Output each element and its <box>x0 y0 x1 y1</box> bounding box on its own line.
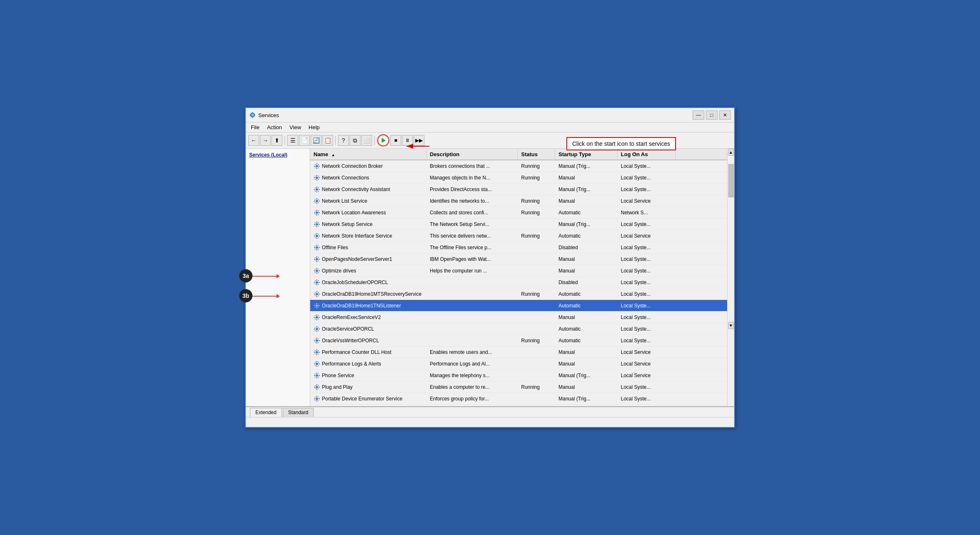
menu-view[interactable]: View <box>286 123 304 131</box>
svg-rect-187 <box>318 388 319 389</box>
svg-rect-46 <box>316 214 317 216</box>
tab-standard[interactable]: Standard <box>283 408 314 417</box>
cell-extra <box>676 304 727 307</box>
table-row[interactable]: OracleVssWriterOPORCL Running Automatic … <box>310 335 727 346</box>
table-row[interactable]: OracleRemExecServiceV2 Manual Local Syst… <box>310 312 727 323</box>
svg-point-26 <box>316 188 318 190</box>
table-row[interactable]: OracleServiceOPORCL Automatic Local Syst… <box>310 323 727 335</box>
table-row[interactable]: Performance Logs & Alerts Performance Lo… <box>310 358 727 370</box>
svg-rect-177 <box>315 376 316 378</box>
svg-rect-37 <box>316 203 317 204</box>
cell-logon: Local Syste... <box>617 302 676 310</box>
cell-status <box>518 363 555 365</box>
svg-rect-112 <box>315 292 316 293</box>
scroll-down[interactable]: ▼ <box>728 322 734 329</box>
menu-action[interactable]: Action <box>264 123 285 131</box>
table-row[interactable]: Network Connections Manages objects in t… <box>310 172 727 184</box>
help-toolbar-button[interactable]: ? <box>338 135 349 146</box>
stop-service-button[interactable]: ■ <box>390 135 401 146</box>
cell-description: The Offline Files service p... <box>426 243 518 252</box>
col-description[interactable]: Description <box>426 150 518 159</box>
table-row[interactable]: OracleJobSchedulerOPORCL Disabled Local … <box>310 277 727 288</box>
table-row[interactable]: OracleOraDB19Home1MTSRecoveryService Run… <box>310 288 727 300</box>
table-row[interactable]: Network Connectivity Assistant Provides … <box>310 184 727 195</box>
col-logon[interactable]: Log On As <box>617 150 676 159</box>
sidebar-title[interactable]: Services (Local) <box>249 152 287 158</box>
cell-logon: Local Syste... <box>617 162 676 170</box>
show-hide-button[interactable]: ☰ <box>287 135 298 146</box>
cell-extra <box>676 235 727 237</box>
minimize-button[interactable]: — <box>693 110 704 120</box>
svg-rect-117 <box>316 303 317 304</box>
svg-rect-92 <box>314 270 315 271</box>
svg-rect-142 <box>318 330 319 331</box>
menu-help[interactable]: Help <box>305 123 323 131</box>
back-button[interactable]: ← <box>248 135 259 146</box>
tab-extended[interactable]: Extended <box>250 408 282 417</box>
col-startup[interactable]: Startup Type <box>555 150 617 159</box>
cell-extra <box>676 386 727 388</box>
cell-logon: Local Syste... <box>617 174 676 182</box>
menu-file[interactable]: File <box>247 123 263 131</box>
cell-name: Plug and Play <box>310 383 426 392</box>
properties-button[interactable]: 📋 <box>322 135 333 146</box>
up-button[interactable]: ⬆ <box>272 135 282 146</box>
cell-startup: Manual (Trig... <box>555 185 617 194</box>
svg-rect-147 <box>318 340 320 341</box>
table-row[interactable]: OpenPagesNodeServerServer1 IBM OpenPages… <box>310 253 727 265</box>
cell-startup: Manual (Trig... <box>555 220 617 228</box>
table-row[interactable]: Portable Device Enumerator Service Enfor… <box>310 393 727 405</box>
cell-name: Optimize drives <box>310 266 426 275</box>
col-status[interactable]: Status <box>518 150 555 159</box>
filter-button[interactable]: ⬜ <box>361 135 372 146</box>
cell-logon: Local Service <box>617 197 676 205</box>
cell-name: OpenPagesNodeServerServer1 <box>310 255 426 264</box>
refresh-button[interactable]: 🔄 <box>311 135 321 146</box>
svg-point-134 <box>316 328 318 330</box>
table-row[interactable]: Performance Counter DLL Host Enables rem… <box>310 346 727 358</box>
cell-name: OracleRemExecServiceV2 <box>310 313 426 322</box>
svg-rect-138 <box>318 329 320 329</box>
cell-status: Running <box>518 162 555 170</box>
table-row[interactable]: Network List Service Identifies the netw… <box>310 195 727 207</box>
export-button[interactable]: 📄 <box>299 135 310 146</box>
cell-startup: Manual (Trig... <box>555 371 617 380</box>
scrollbar[interactable]: ▲ ▼ <box>727 149 734 406</box>
cell-name: Performance Logs & Alerts <box>310 359 426 368</box>
cell-status <box>518 223 555 226</box>
scroll-thumb[interactable] <box>728 164 734 197</box>
table-row[interactable]: Optimize drives Helps the computer run .… <box>310 265 727 277</box>
svg-rect-173 <box>314 375 315 376</box>
svg-rect-25 <box>318 179 319 180</box>
table-row[interactable]: Network Connection Broker Brokers connec… <box>310 160 727 172</box>
cell-extra <box>676 351 727 353</box>
cell-startup: Manual <box>555 197 617 205</box>
start-service-button[interactable] <box>377 134 390 147</box>
cell-extra <box>676 374 727 377</box>
cell-startup: Manual <box>555 313 617 321</box>
cell-extra <box>676 177 727 179</box>
svg-rect-79 <box>318 248 319 250</box>
cell-status: Running <box>518 290 555 298</box>
table-row[interactable]: Power Manages power policy a... Running … <box>310 405 727 406</box>
maximize-button[interactable]: □ <box>706 110 718 120</box>
cell-extra <box>676 398 727 400</box>
svg-rect-132 <box>315 318 316 319</box>
new-window-button[interactable]: ⧉ <box>350 135 360 146</box>
forward-button[interactable]: → <box>260 135 271 146</box>
table-row[interactable]: Offline Files The Offline Files service … <box>310 242 727 253</box>
table-row[interactable]: Network Location Awareness Collects and … <box>310 207 727 218</box>
svg-rect-97 <box>318 272 319 273</box>
svg-point-71 <box>316 246 318 248</box>
table-row[interactable]: Network Store Interface Service This ser… <box>310 230 727 242</box>
main-content: Name ▲ Description Status Startup Type L… <box>310 149 727 406</box>
table-row[interactable]: Plug and Play Enables a computer to re..… <box>310 381 727 393</box>
close-button[interactable]: ✕ <box>719 110 731 120</box>
table-row[interactable]: Network Setup Service The Network Setup … <box>310 218 727 230</box>
scroll-up[interactable]: ▲ <box>728 149 734 156</box>
cell-extra <box>676 293 727 295</box>
svg-rect-42 <box>315 202 316 203</box>
table-row[interactable]: OracleOraDB19Home1TNSListener Automatic … <box>310 300 727 312</box>
cell-logon: Local Service <box>617 360 676 368</box>
table-row[interactable]: Phone Service Manages the telephony s...… <box>310 370 727 381</box>
